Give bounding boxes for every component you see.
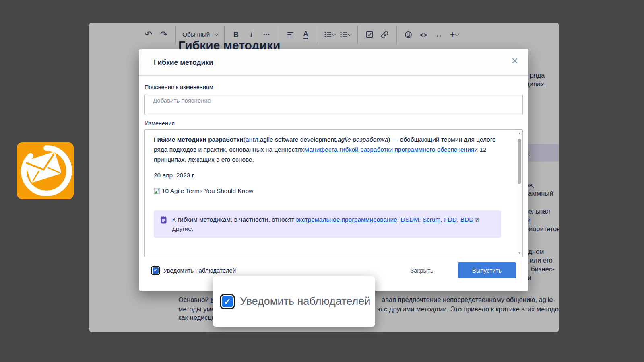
panel-link[interactable]: FDD [444,216,457,223]
panel-link[interactable]: экстремальное программирование [296,216,397,223]
publish-dialog: Гибкие методики × Пояснения к изменениям… [139,49,528,291]
panel-text: , [457,216,460,223]
panel-text: , [441,216,444,223]
publish-button[interactable]: Выпустить [458,262,516,278]
notify-watchers-checkbox[interactable]: ✓ [153,267,159,274]
panel-text: К гибким методикам, в частности, относят [172,216,296,223]
notify-watchers-label: Уведомить наблюдателей [163,267,236,274]
doc-clipped-text: Большинство гибких методик нацелены на м… [154,255,501,257]
doc-text: agile software development, [260,136,338,143]
notify-watchers-checkbox-magnified[interactable]: ✓ [222,296,233,307]
scroll-down-icon[interactable]: ▼ [516,251,522,255]
changes-preview: Гибкие методики разработки(англ.agile so… [144,129,523,257]
desktop-background: ↶ ↷ Обычный B I ••• A [0,0,644,362]
doc-italic-text: agile-разработка [338,136,388,143]
doc-link[interactable]: англ. [246,136,260,143]
doc-link[interactable]: Манифеста гибкой разработки программного… [304,146,474,153]
panel-link[interactable]: BDD [460,216,474,223]
dialog-body: Пояснения к изменениям Изменения Гибкие … [139,84,528,278]
magnifier-popup: ✓ Уведомить наблюдателей [213,276,375,327]
doc-date: 20 апр. 2023 г. [154,170,501,180]
note-icon [161,216,167,224]
close-button[interactable]: Закрыть [405,264,438,277]
panel-link[interactable]: DSDM [400,216,419,223]
comment-label: Пояснения к изменениям [144,84,523,90]
panel-text: , [419,216,423,223]
comment-input[interactable] [144,94,523,115]
doc-broken-image: 10 Agile Terms You Should Know [154,186,501,196]
scrollbar-thumb[interactable] [518,139,521,184]
info-panel: К гибким методикам, в частности, относят… [154,210,501,238]
doc-bold-text: Гибкие методики разработки [154,136,244,143]
close-icon[interactable]: × [512,55,518,66]
mail-swirl-logo-icon[interactable] [17,142,74,199]
scroll-up-icon[interactable]: ▲ [516,132,522,135]
notify-watchers-label-magnified: Уведомить наблюдателей [240,295,370,308]
broken-image-icon [154,188,160,194]
dialog-title: Гибкие методики [154,58,213,67]
panel-link[interactable]: Scrum [423,216,441,223]
doc-paragraph: Гибкие методики разработки(англ.agile so… [154,134,501,165]
changes-scrollbar[interactable]: ▲ ▼ [516,130,522,257]
changes-document: Гибкие методики разработки(англ.agile so… [145,130,516,257]
dialog-footer: ✓ Уведомить наблюдателей Закрыть Выпусти… [144,262,523,278]
broken-image-alt-text: 10 Agile Terms You Should Know [162,186,253,196]
changes-label: Изменения [144,120,523,127]
dialog-header: Гибкие методики × [139,49,528,76]
